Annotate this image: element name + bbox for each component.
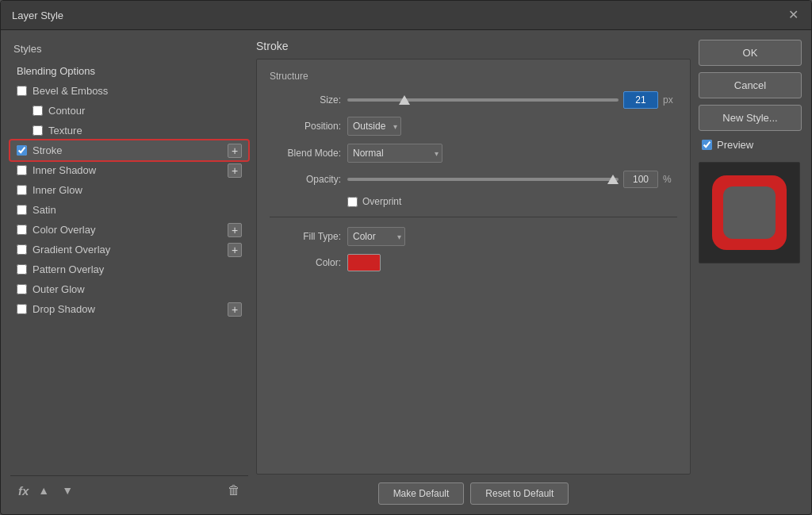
size-row: Size: px bbox=[270, 91, 677, 109]
dialog-title: Layer Style bbox=[12, 10, 63, 21]
dialog-titlebar: Layer Style ✕ bbox=[1, 1, 811, 30]
drop-shadow-plus-button[interactable]: + bbox=[228, 302, 242, 317]
color-overlay-label: Color Overlay bbox=[33, 224, 95, 236]
color-overlay-checkbox[interactable] bbox=[17, 225, 27, 235]
size-slider-thumb[interactable] bbox=[399, 95, 410, 105]
preview-canvas bbox=[699, 162, 800, 263]
fill-type-label: Fill Type: bbox=[270, 231, 341, 242]
new-style-button[interactable]: New Style... bbox=[699, 105, 802, 131]
stroke-label: Stroke bbox=[33, 144, 63, 156]
color-row: Color: bbox=[270, 254, 677, 271]
bevel-emboss-checkbox[interactable] bbox=[17, 86, 27, 96]
drop-shadow-label: Drop Shadow bbox=[33, 303, 95, 315]
layer-style-dialog: Layer Style ✕ Styles Blending Options Be… bbox=[0, 0, 812, 515]
preview-row: Preview bbox=[699, 137, 802, 152]
inner-glow-checkbox[interactable] bbox=[17, 185, 27, 195]
sidebar-item-texture[interactable]: Texture bbox=[10, 121, 248, 140]
sidebar-item-pattern-overlay[interactable]: Pattern Overlay bbox=[10, 259, 248, 279]
pattern-overlay-checkbox[interactable] bbox=[17, 264, 27, 275]
panel-title: Stroke bbox=[256, 40, 691, 59]
sidebar-item-blending-options[interactable]: Blending Options bbox=[10, 61, 248, 81]
satin-label: Satin bbox=[33, 204, 56, 216]
outer-glow-checkbox[interactable] bbox=[17, 284, 27, 294]
styles-label: Styles bbox=[10, 40, 248, 61]
preview-label: Preview bbox=[717, 139, 753, 151]
bevel-emboss-label: Bevel & Emboss bbox=[33, 85, 108, 97]
sidebar-item-contour[interactable]: Contour bbox=[10, 101, 248, 121]
position-row: Position: Outside Inside Center bbox=[270, 117, 677, 136]
color-overlay-plus-button[interactable]: + bbox=[228, 223, 242, 237]
opacity-row: Opacity: % bbox=[270, 171, 677, 188]
texture-checkbox[interactable] bbox=[33, 125, 43, 136]
fx-label: fx bbox=[18, 484, 29, 498]
dialog-body: Styles Blending Options Bevel & Emboss C… bbox=[1, 30, 811, 514]
sidebar-item-inner-glow[interactable]: Inner Glow bbox=[10, 180, 248, 200]
right-panel: OK Cancel New Style... Preview bbox=[699, 40, 802, 505]
fx-delete-button[interactable]: 🗑 bbox=[228, 483, 240, 498]
overprint-checkbox[interactable] bbox=[347, 197, 358, 207]
inner-glow-label: Inner Glow bbox=[33, 184, 82, 196]
sidebar-item-drop-shadow[interactable]: Drop Shadow + bbox=[10, 299, 248, 319]
size-input[interactable] bbox=[623, 91, 658, 109]
fill-type-row: Fill Type: Color Gradient Pattern bbox=[270, 227, 677, 246]
svg-rect-2 bbox=[723, 186, 776, 239]
size-slider-container: px bbox=[347, 91, 677, 109]
preview-svg bbox=[706, 169, 793, 256]
sidebar-item-color-overlay[interactable]: Color Overlay + bbox=[10, 220, 248, 240]
opacity-slider-track[interactable] bbox=[347, 178, 619, 181]
blend-mode-dropdown-wrapper: Normal Dissolve Multiply Screen Overlay bbox=[347, 144, 442, 163]
sidebar-item-bevel-emboss[interactable]: Bevel & Emboss bbox=[10, 81, 248, 101]
gradient-overlay-checkbox[interactable] bbox=[17, 244, 27, 255]
sidebar-item-inner-shadow[interactable]: Inner Shadow + bbox=[10, 160, 248, 180]
section-subtitle: Structure bbox=[270, 71, 677, 82]
sidebar-item-satin[interactable]: Satin bbox=[10, 200, 248, 220]
drop-shadow-checkbox[interactable] bbox=[17, 304, 27, 314]
contour-checkbox[interactable] bbox=[33, 106, 43, 116]
stroke-plus-button[interactable]: + bbox=[228, 144, 242, 158]
fill-type-dropdown-wrapper: Color Gradient Pattern bbox=[347, 227, 405, 246]
blend-mode-label: Blend Mode: bbox=[270, 148, 341, 159]
texture-label: Texture bbox=[48, 125, 82, 136]
position-label: Position: bbox=[270, 121, 341, 132]
position-dropdown[interactable]: Outside Inside Center bbox=[347, 117, 401, 136]
inner-shadow-plus-button[interactable]: + bbox=[228, 163, 242, 178]
preview-checkbox[interactable] bbox=[702, 140, 712, 150]
sidebar-item-outer-glow[interactable]: Outer Glow bbox=[10, 279, 248, 299]
blending-options-label: Blending Options bbox=[17, 65, 95, 77]
stroke-checkbox[interactable] bbox=[17, 145, 27, 156]
inner-shadow-label: Inner Shadow bbox=[33, 164, 96, 176]
fx-bar: fx ▲ ▼ 🗑 bbox=[10, 475, 248, 505]
pattern-overlay-label: Pattern Overlay bbox=[33, 263, 104, 275]
overprint-label: Overprint bbox=[362, 196, 401, 207]
size-label: Size: bbox=[270, 94, 341, 106]
position-dropdown-wrapper: Outside Inside Center bbox=[347, 117, 401, 136]
size-unit: px bbox=[663, 94, 677, 106]
opacity-unit: % bbox=[663, 174, 677, 185]
opacity-slider-container: % bbox=[347, 171, 677, 188]
outer-glow-label: Outer Glow bbox=[33, 283, 85, 295]
sidebar-item-gradient-overlay[interactable]: Gradient Overlay + bbox=[10, 240, 248, 259]
ok-button[interactable]: OK bbox=[699, 40, 802, 66]
contour-label: Contour bbox=[48, 105, 85, 117]
fx-down-button[interactable]: ▼ bbox=[59, 482, 76, 498]
close-button[interactable]: ✕ bbox=[787, 9, 800, 21]
inner-shadow-checkbox[interactable] bbox=[17, 165, 27, 175]
satin-checkbox[interactable] bbox=[17, 205, 27, 215]
color-swatch[interactable] bbox=[347, 254, 381, 271]
blend-mode-row: Blend Mode: Normal Dissolve Multiply Scr… bbox=[270, 144, 677, 163]
center-panel: Stroke Structure Size: px bbox=[256, 40, 691, 505]
make-default-button[interactable]: Make Default bbox=[378, 482, 465, 505]
opacity-slider-thumb[interactable] bbox=[607, 175, 619, 184]
opacity-input[interactable] bbox=[623, 171, 658, 188]
fill-type-dropdown[interactable]: Color Gradient Pattern bbox=[347, 227, 405, 246]
reset-default-button[interactable]: Reset to Default bbox=[470, 482, 569, 505]
left-panel: Styles Blending Options Bevel & Emboss C… bbox=[10, 40, 248, 505]
sidebar-item-stroke[interactable]: Stroke + bbox=[10, 140, 248, 160]
cancel-button[interactable]: Cancel bbox=[699, 72, 802, 98]
blend-mode-dropdown[interactable]: Normal Dissolve Multiply Screen Overlay bbox=[347, 144, 442, 163]
overprint-row: Overprint bbox=[347, 196, 677, 207]
color-label: Color: bbox=[270, 257, 341, 268]
fx-up-button[interactable]: ▲ bbox=[35, 482, 52, 498]
size-slider-track[interactable] bbox=[347, 98, 619, 102]
gradient-overlay-plus-button[interactable]: + bbox=[228, 243, 242, 257]
